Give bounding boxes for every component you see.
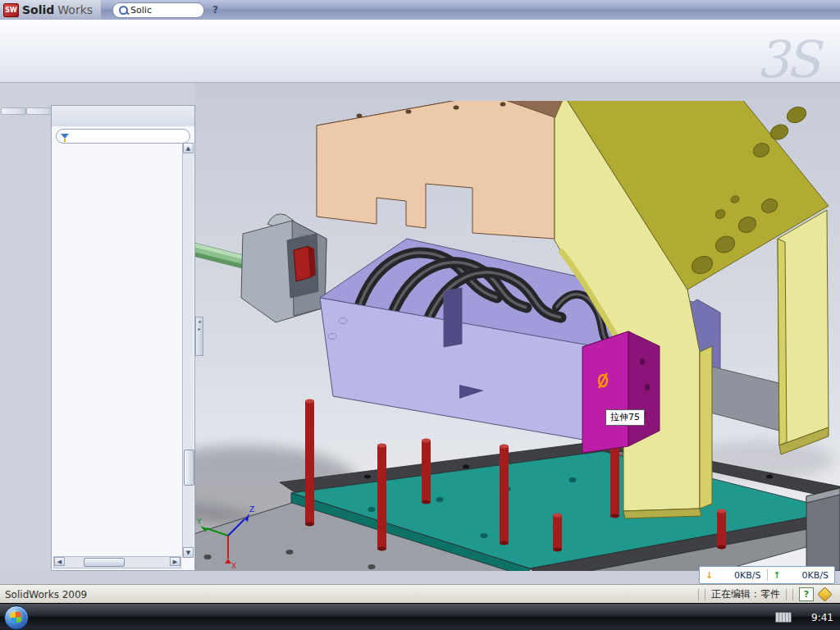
tree-filter-input[interactable] — [56, 129, 190, 144]
search-box[interactable]: Solic — [112, 2, 204, 18]
network-speed-widget: ↓ 0KB/S ↑ 0KB/S — [699, 566, 835, 584]
panel-splitter-handle[interactable]: ◂▸ — [195, 317, 203, 356]
help-button[interactable]: ? — [212, 4, 218, 16]
solidworks-window: SW SolidWorks Solic ? 3S ▲ ▼ — [0, 0, 840, 630]
dassault-watermark: 3S — [756, 30, 817, 89]
scroll-left-icon[interactable]: ◀ — [54, 557, 65, 566]
triad-y-label: Y — [196, 518, 202, 526]
feature-manager-panel: ▲ ▼ ◀ ▶ — [51, 105, 195, 571]
feature-manager-tabs — [52, 106, 194, 126]
titlebar: SW SolidWorks Solic ? — [0, 0, 840, 21]
windows-taskbar: 9:41 — [0, 603, 840, 630]
clamp-block[interactable] — [241, 214, 326, 322]
download-speed-value: 0KB/S — [734, 570, 760, 581]
upload-arrow-icon: ↑ — [774, 570, 781, 581]
download-arrow-icon: ↓ — [705, 570, 713, 581]
status-text: SolidWorks 2009 — [5, 589, 87, 600]
left-toolbar-features — [1, 107, 26, 115]
feature-tooltip: 拉伸75 — [605, 409, 645, 426]
exploded-mold-assembly: Y Z X — [195, 101, 840, 571]
scroll-thumb[interactable] — [84, 558, 125, 567]
keyboard-layout-icon[interactable] — [775, 612, 792, 623]
status-help-button[interactable]: ? — [799, 587, 814, 601]
tag-icon[interactable] — [817, 587, 832, 601]
taskbar-clock[interactable]: 9:41 — [811, 612, 833, 623]
logo-text-light: Works — [57, 3, 93, 16]
graphics-viewport[interactable]: Y Z X ◂▸ 拉伸75 — [195, 83, 840, 571]
logo-text-bold: Solid — [22, 3, 54, 16]
filter-icon — [61, 134, 69, 139]
triad-z-label: Z — [249, 505, 254, 514]
scroll-thumb[interactable] — [184, 450, 194, 486]
ribbon-toolbar: 3S — [0, 20, 840, 83]
tree-horizontal-scrollbar[interactable]: ◀ ▶ — [53, 556, 181, 568]
scroll-up-icon[interactable]: ▲ — [183, 143, 194, 153]
status-bar: SolidWorks 2009 正在编辑：零件 ? — [0, 584, 840, 604]
system-tray: 9:41 — [775, 612, 833, 623]
extrude75-block[interactable] — [582, 331, 660, 453]
solidworks-logo-icon: SW — [3, 3, 19, 17]
upload-speed-value: 0KB/S — [802, 570, 829, 581]
download-speed: ↓ 0KB/S — [700, 570, 767, 581]
tree-vertical-scrollbar[interactable]: ▲ ▼ — [182, 143, 194, 558]
main-area: ▲ ▼ ◀ ▶ — [0, 83, 840, 571]
scroll-right-icon[interactable]: ▶ — [170, 557, 180, 566]
start-button[interactable] — [4, 605, 29, 630]
scroll-down-icon[interactable]: ▼ — [183, 547, 194, 558]
editing-status: 正在编辑：零件 — [711, 587, 780, 601]
solidworks-logo: SW SolidWorks — [0, 0, 101, 20]
search-icon — [119, 6, 128, 15]
left-toolbar-mold — [26, 107, 52, 115]
upload-speed: ↑ 0KB/S — [768, 570, 835, 581]
triad-x-label: X — [231, 562, 236, 570]
search-input[interactable]: Solic — [130, 5, 152, 16]
